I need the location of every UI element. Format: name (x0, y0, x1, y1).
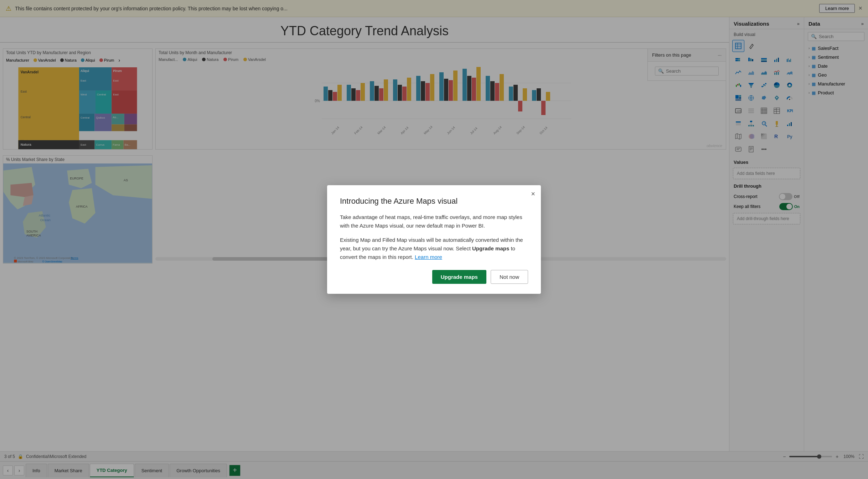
modal-actions: Upgrade maps Not now (340, 270, 528, 284)
modal-title: Introducing the Azure Maps visual (340, 197, 528, 206)
modal-body: Take advantage of heat maps, real-time t… (340, 213, 528, 261)
modal-learn-more-link[interactable]: Learn more (415, 254, 442, 260)
azure-maps-modal: × Introducing the Azure Maps visual Take… (327, 185, 541, 294)
modal-overlay[interactable]: × Introducing the Azure Maps visual Take… (0, 0, 868, 479)
modal-bold-text: Upgrade maps (472, 245, 509, 251)
not-now-button[interactable]: Not now (491, 270, 528, 284)
modal-close-button[interactable]: × (531, 190, 535, 197)
upgrade-maps-button[interactable]: Upgrade maps (432, 270, 486, 284)
modal-para1: Take advantage of heat maps, real-time t… (340, 213, 528, 230)
modal-para2: Existing Map and Filled Map visuals will… (340, 236, 528, 261)
